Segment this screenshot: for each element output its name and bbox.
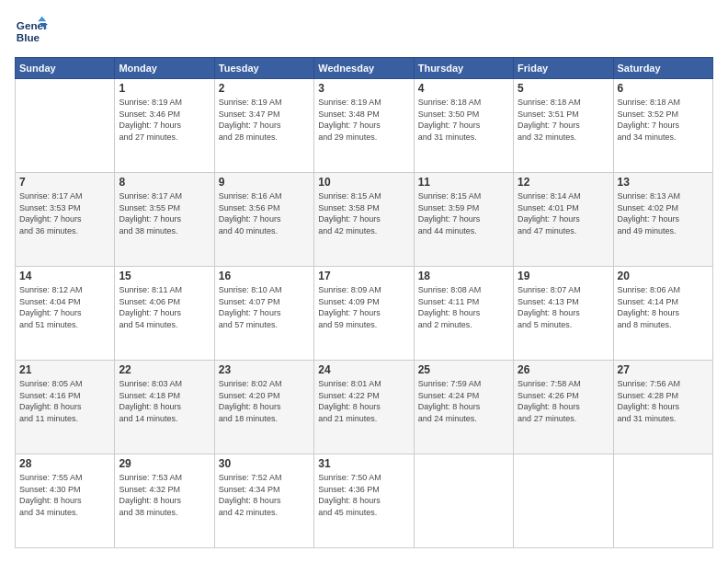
calendar-cell: 23Sunrise: 8:02 AM Sunset: 4:20 PM Dayli…	[214, 361, 313, 454]
page: General Blue SundayMondayTuesdayWednesda…	[0, 0, 728, 563]
calendar-cell: 1Sunrise: 8:19 AM Sunset: 3:46 PM Daylig…	[115, 79, 214, 173]
calendar-cell: 15Sunrise: 8:11 AM Sunset: 4:06 PM Dayli…	[115, 267, 214, 361]
day-number: 15	[119, 270, 210, 282]
day-number: 24	[318, 363, 409, 376]
day-info: Sunrise: 8:14 AM Sunset: 4:01 PM Dayligh…	[518, 190, 609, 236]
calendar-cell: 25Sunrise: 7:59 AM Sunset: 4:24 PM Dayli…	[414, 361, 513, 454]
day-number: 14	[19, 270, 110, 282]
day-info: Sunrise: 8:13 AM Sunset: 4:02 PM Dayligh…	[618, 190, 709, 236]
header: General Blue	[15, 15, 713, 48]
day-info: Sunrise: 8:07 AM Sunset: 4:13 PM Dayligh…	[518, 284, 609, 330]
day-number: 6	[618, 82, 709, 95]
calendar-cell	[613, 454, 712, 548]
calendar-cell: 12Sunrise: 8:14 AM Sunset: 4:01 PM Dayli…	[514, 173, 613, 267]
calendar-cell: 30Sunrise: 7:52 AM Sunset: 4:34 PM Dayli…	[214, 454, 313, 548]
day-info: Sunrise: 8:19 AM Sunset: 3:47 PM Dayligh…	[219, 97, 310, 143]
calendar-cell: 18Sunrise: 8:08 AM Sunset: 4:11 PM Dayli…	[414, 267, 513, 361]
calendar-cell: 27Sunrise: 7:56 AM Sunset: 4:28 PM Dayli…	[613, 361, 712, 454]
day-info: Sunrise: 8:05 AM Sunset: 4:16 PM Dayligh…	[19, 378, 110, 424]
day-info: Sunrise: 8:08 AM Sunset: 4:11 PM Dayligh…	[418, 284, 509, 330]
day-info: Sunrise: 7:50 AM Sunset: 4:36 PM Dayligh…	[318, 472, 409, 518]
calendar-cell: 10Sunrise: 8:15 AM Sunset: 3:58 PM Dayli…	[314, 173, 414, 267]
calendar-cell: 22Sunrise: 8:03 AM Sunset: 4:18 PM Dayli…	[115, 361, 214, 454]
day-number: 2	[219, 82, 310, 95]
calendar-cell: 20Sunrise: 8:06 AM Sunset: 4:14 PM Dayli…	[613, 267, 712, 361]
logo-icon: General Blue	[15, 15, 48, 48]
day-number: 21	[19, 363, 110, 376]
day-info: Sunrise: 8:19 AM Sunset: 3:46 PM Dayligh…	[119, 97, 210, 143]
day-info: Sunrise: 8:12 AM Sunset: 4:04 PM Dayligh…	[19, 284, 110, 330]
logo: General Blue	[15, 15, 51, 48]
calendar-cell: 11Sunrise: 8:15 AM Sunset: 3:59 PM Dayli…	[414, 173, 513, 267]
calendar-cell: 13Sunrise: 8:13 AM Sunset: 4:02 PM Dayli…	[613, 173, 712, 267]
calendar-cell: 9Sunrise: 8:16 AM Sunset: 3:56 PM Daylig…	[214, 173, 313, 267]
calendar-cell: 29Sunrise: 7:53 AM Sunset: 4:32 PM Dayli…	[115, 454, 214, 548]
day-info: Sunrise: 8:19 AM Sunset: 3:48 PM Dayligh…	[318, 97, 409, 143]
calendar-cell: 3Sunrise: 8:19 AM Sunset: 3:48 PM Daylig…	[314, 79, 414, 173]
day-info: Sunrise: 8:11 AM Sunset: 4:06 PM Dayligh…	[119, 284, 210, 330]
day-number: 22	[119, 363, 210, 376]
day-number: 5	[518, 82, 609, 95]
day-number: 3	[318, 82, 409, 95]
calendar-cell: 31Sunrise: 7:50 AM Sunset: 4:36 PM Dayli…	[314, 454, 414, 548]
calendar-cell: 21Sunrise: 8:05 AM Sunset: 4:16 PM Dayli…	[16, 361, 115, 454]
weekday-header: Monday	[115, 58, 214, 79]
day-number: 11	[418, 176, 509, 189]
calendar-table: SundayMondayTuesdayWednesdayThursdayFrid…	[15, 57, 713, 548]
day-number: 1	[119, 82, 210, 95]
day-info: Sunrise: 7:52 AM Sunset: 4:34 PM Dayligh…	[219, 472, 310, 518]
day-info: Sunrise: 8:09 AM Sunset: 4:09 PM Dayligh…	[318, 284, 409, 330]
calendar-cell	[414, 454, 513, 548]
calendar-cell: 28Sunrise: 7:55 AM Sunset: 4:30 PM Dayli…	[16, 454, 115, 548]
calendar-cell: 4Sunrise: 8:18 AM Sunset: 3:50 PM Daylig…	[414, 79, 513, 173]
day-info: Sunrise: 7:58 AM Sunset: 4:26 PM Dayligh…	[518, 378, 609, 424]
weekday-header: Tuesday	[214, 58, 313, 79]
day-info: Sunrise: 8:18 AM Sunset: 3:51 PM Dayligh…	[518, 97, 609, 143]
day-info: Sunrise: 8:06 AM Sunset: 4:14 PM Dayligh…	[618, 284, 709, 330]
calendar-week-row: 14Sunrise: 8:12 AM Sunset: 4:04 PM Dayli…	[16, 267, 713, 361]
calendar-week-row: 28Sunrise: 7:55 AM Sunset: 4:30 PM Dayli…	[16, 454, 713, 548]
weekday-header: Thursday	[414, 58, 513, 79]
day-info: Sunrise: 7:59 AM Sunset: 4:24 PM Dayligh…	[418, 378, 509, 424]
day-number: 28	[19, 457, 110, 470]
calendar-cell	[514, 454, 613, 548]
calendar-cell: 26Sunrise: 7:58 AM Sunset: 4:26 PM Dayli…	[514, 361, 613, 454]
day-info: Sunrise: 8:18 AM Sunset: 3:52 PM Dayligh…	[618, 97, 709, 143]
weekday-header: Wednesday	[314, 58, 414, 79]
day-number: 26	[518, 363, 609, 376]
calendar-cell: 24Sunrise: 8:01 AM Sunset: 4:22 PM Dayli…	[314, 361, 414, 454]
day-info: Sunrise: 7:56 AM Sunset: 4:28 PM Dayligh…	[618, 378, 709, 424]
day-info: Sunrise: 8:15 AM Sunset: 3:58 PM Dayligh…	[318, 190, 409, 236]
calendar-week-row: 21Sunrise: 8:05 AM Sunset: 4:16 PM Dayli…	[16, 361, 713, 454]
day-info: Sunrise: 8:16 AM Sunset: 3:56 PM Dayligh…	[219, 190, 310, 236]
day-info: Sunrise: 8:17 AM Sunset: 3:55 PM Dayligh…	[119, 190, 210, 236]
calendar-week-row: 7Sunrise: 8:17 AM Sunset: 3:53 PM Daylig…	[16, 173, 713, 267]
day-info: Sunrise: 8:03 AM Sunset: 4:18 PM Dayligh…	[119, 378, 210, 424]
calendar-cell	[16, 79, 115, 173]
calendar-week-row: 1Sunrise: 8:19 AM Sunset: 3:46 PM Daylig…	[16, 79, 713, 173]
day-number: 30	[219, 457, 310, 470]
calendar-cell: 5Sunrise: 8:18 AM Sunset: 3:51 PM Daylig…	[514, 79, 613, 173]
day-info: Sunrise: 8:17 AM Sunset: 3:53 PM Dayligh…	[19, 190, 110, 236]
day-number: 8	[119, 176, 210, 189]
day-number: 17	[318, 270, 409, 282]
day-number: 4	[418, 82, 509, 95]
day-number: 10	[318, 176, 409, 189]
day-number: 27	[618, 363, 709, 376]
calendar-cell: 14Sunrise: 8:12 AM Sunset: 4:04 PM Dayli…	[16, 267, 115, 361]
day-info: Sunrise: 8:10 AM Sunset: 4:07 PM Dayligh…	[219, 284, 310, 330]
day-number: 19	[518, 270, 609, 282]
day-number: 7	[19, 176, 110, 189]
calendar-header-row: SundayMondayTuesdayWednesdayThursdayFrid…	[16, 58, 713, 79]
calendar-cell: 17Sunrise: 8:09 AM Sunset: 4:09 PM Dayli…	[314, 267, 414, 361]
day-number: 16	[219, 270, 310, 282]
svg-text:Blue: Blue	[17, 31, 40, 43]
day-number: 31	[318, 457, 409, 470]
day-info: Sunrise: 7:55 AM Sunset: 4:30 PM Dayligh…	[19, 472, 110, 518]
day-info: Sunrise: 8:15 AM Sunset: 3:59 PM Dayligh…	[418, 190, 509, 236]
day-info: Sunrise: 8:01 AM Sunset: 4:22 PM Dayligh…	[318, 378, 409, 424]
calendar-cell: 6Sunrise: 8:18 AM Sunset: 3:52 PM Daylig…	[613, 79, 712, 173]
weekday-header: Sunday	[16, 58, 115, 79]
day-info: Sunrise: 8:18 AM Sunset: 3:50 PM Dayligh…	[418, 97, 509, 143]
calendar-cell: 7Sunrise: 8:17 AM Sunset: 3:53 PM Daylig…	[16, 173, 115, 267]
